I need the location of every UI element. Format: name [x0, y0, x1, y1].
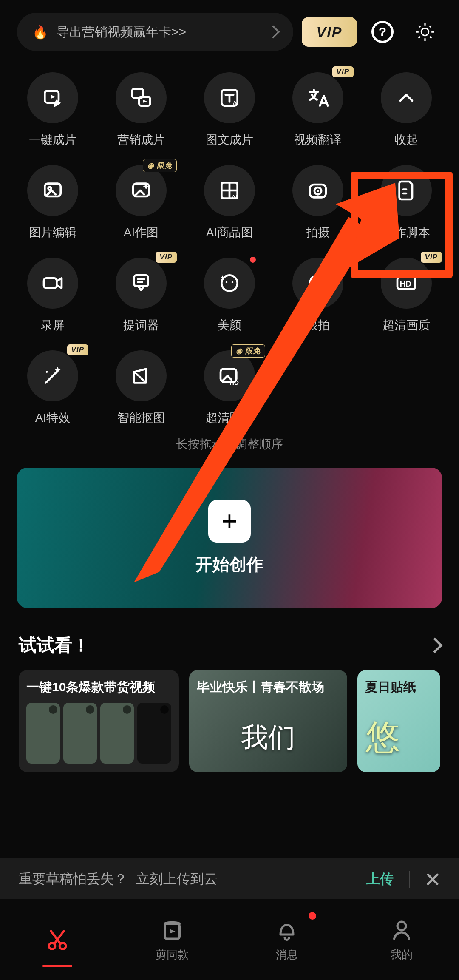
- image-sparkle-icon: [41, 179, 65, 202]
- feature-label: AI作图: [124, 224, 159, 241]
- camera-icon: [306, 179, 330, 202]
- card-title: 夏日贴纸: [357, 670, 440, 696]
- pip-play-icon: [129, 86, 153, 110]
- feature-label: 美颜: [218, 317, 241, 333]
- feature-label: 超清图片: [206, 410, 253, 426]
- grid-ai-icon: AI: [218, 179, 241, 202]
- feature-ai-product[interactable]: AI AI商品图: [185, 165, 274, 241]
- vip-button[interactable]: VIP: [302, 17, 357, 47]
- svg-text:HD: HD: [230, 379, 239, 386]
- help-button[interactable]: ?: [366, 15, 400, 49]
- cloud-question: 重要草稿怕丢失？: [19, 870, 128, 889]
- translate-icon: [306, 86, 330, 110]
- face-dots-icon: [306, 271, 330, 295]
- feature-smart-cutout[interactable]: 智能抠图: [97, 350, 185, 426]
- chevron-up-icon: [394, 86, 418, 110]
- card-calligraphy: 悠: [366, 715, 400, 761]
- tab-template[interactable]: 剪同款: [115, 899, 230, 980]
- teleprompter-icon: [129, 271, 153, 295]
- notification-dot: [309, 912, 316, 920]
- feature-label: 营销成片: [117, 132, 165, 148]
- free-badge: ◉ 限免: [143, 159, 177, 172]
- feature-label: 一键成片: [29, 132, 76, 148]
- tab-label: 消息: [276, 947, 298, 962]
- play-bolt-icon: [41, 86, 65, 110]
- vip-badge: VIP: [67, 344, 88, 355]
- feature-shoot[interactable]: 拍摄: [274, 165, 362, 241]
- feature-label: 图片编辑: [29, 224, 76, 241]
- try-cards: 一键10条爆款带货视频 毕业快乐丨青春不散场 我们 夏日贴纸 悠: [0, 670, 459, 772]
- image-star-icon: [129, 179, 153, 202]
- feature-beauty[interactable]: 美颜: [185, 258, 274, 333]
- tab-label: 我的: [391, 947, 413, 962]
- thumb: [100, 703, 134, 764]
- feature-label: 录屏: [41, 317, 65, 333]
- feature-label: 拍摄: [306, 224, 330, 241]
- svg-text:AI: AI: [232, 193, 238, 201]
- plus-icon: +: [208, 500, 251, 543]
- settings-button[interactable]: [408, 15, 442, 49]
- svg-point-25: [46, 371, 48, 373]
- svg-text:HD: HD: [400, 279, 411, 288]
- promo-banner[interactable]: 🔥 导出营销视频赢年卡>>: [17, 13, 293, 51]
- svg-point-18: [232, 281, 234, 283]
- feature-follow-shoot[interactable]: 跟拍: [274, 258, 362, 333]
- svg-rect-15: [134, 275, 148, 286]
- feature-one-click-clip[interactable]: 一键成片: [8, 72, 97, 148]
- feature-ai-effects[interactable]: VIP AI特效: [8, 350, 97, 426]
- promo-text: 导出营销视频赢年卡>>: [57, 23, 260, 41]
- feature-label: 超清画质: [382, 317, 430, 333]
- thumb: [63, 703, 97, 764]
- feature-text-to-video[interactable]: AI 图文成片: [185, 72, 274, 148]
- feature-label: 提词器: [123, 317, 159, 333]
- face-sparkle-icon: [218, 271, 241, 295]
- feature-video-translate[interactable]: VIP 视频翻译: [274, 72, 362, 148]
- feature-prompter[interactable]: VIP 提词器: [97, 258, 185, 333]
- feature-create-script[interactable]: 创作脚本: [362, 165, 450, 241]
- notification-dot: [250, 257, 256, 263]
- try-card-graduation[interactable]: 毕业快乐丨青春不散场 我们: [189, 670, 347, 772]
- template-icon: [159, 918, 185, 943]
- image-hd-icon: HD: [218, 364, 241, 388]
- svg-point-7: [48, 187, 51, 190]
- tab-me[interactable]: 我的: [344, 899, 459, 980]
- feature-label: 视频翻译: [294, 132, 342, 148]
- card-title: 毕业快乐丨青春不散场: [189, 670, 347, 696]
- svg-point-13: [317, 190, 319, 192]
- chevron-right-icon: [266, 25, 280, 38]
- bell-icon: [274, 918, 300, 943]
- tab-messages[interactable]: 消息: [230, 899, 344, 980]
- feature-label: 智能抠图: [117, 410, 165, 426]
- free-badge: ◉ 限免: [231, 344, 265, 358]
- tab-bar: 剪辑 剪同款 消息 我的: [0, 899, 459, 980]
- feature-label: 收起: [394, 132, 418, 148]
- feature-photo-edit[interactable]: 图片编辑: [8, 165, 97, 241]
- feature-label: 创作脚本: [382, 224, 430, 241]
- feature-collapse[interactable]: 收起: [362, 72, 450, 148]
- fire-icon: 🔥: [32, 25, 48, 40]
- person-icon: [389, 918, 414, 943]
- close-icon[interactable]: [425, 872, 440, 887]
- feature-label: AI商品图: [206, 224, 253, 241]
- try-card-clips[interactable]: 一键10条爆款带货视频: [19, 670, 179, 772]
- svg-rect-14: [44, 278, 57, 288]
- cloud-upload-button[interactable]: 上传: [366, 870, 394, 889]
- card-calligraphy: 我们: [241, 719, 295, 756]
- feature-marketing-clip[interactable]: 营销成片: [97, 72, 185, 148]
- feature-ai-draw[interactable]: ◉ 限免 AI作图: [97, 165, 185, 241]
- separator: [409, 871, 410, 888]
- try-card-summer[interactable]: 夏日贴纸 悠: [357, 670, 440, 772]
- card-title: 一键10条爆款带货视频: [26, 679, 171, 696]
- start-create-banner[interactable]: + 开始创作: [17, 468, 442, 608]
- scissors-icon: [45, 927, 70, 952]
- feature-hd-quality[interactable]: VIP HD 超清画质: [362, 258, 450, 333]
- grid-caption: 长按拖动可调整顺序: [0, 436, 459, 452]
- feature-label: AI特效: [35, 410, 70, 426]
- vip-badge: VIP: [156, 252, 177, 263]
- svg-point-20: [314, 281, 316, 283]
- feature-screen-record[interactable]: 录屏: [8, 258, 97, 333]
- feature-hd-image[interactable]: ◉ 限免 HD 超清图片: [185, 350, 274, 426]
- banner-label: 开始创作: [196, 553, 264, 576]
- chevron-right-icon[interactable]: [427, 638, 443, 653]
- tab-edit[interactable]: 剪辑: [0, 899, 115, 980]
